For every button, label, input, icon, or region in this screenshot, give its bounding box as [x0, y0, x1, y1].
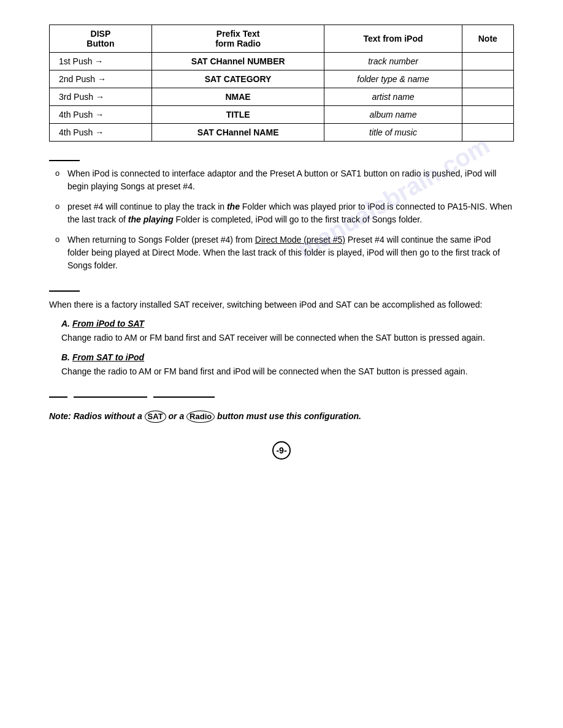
note-cell	[462, 53, 513, 70]
push-cell: 4th Push →	[50, 106, 152, 124]
factory-intro: When there is a factory installed SAT re…	[49, 298, 514, 311]
bullet-list: When iPod is connected to interface adap…	[49, 167, 514, 272]
col-header-note: Note	[462, 25, 513, 53]
sub-section-text: Change the radio to AM or FM band first …	[61, 365, 514, 378]
col-header-prefix: Prefix Textform Radio	[151, 25, 324, 53]
page-number: -9-	[49, 441, 514, 460]
data-table: DISPButton Prefix Textform Radio Text fr…	[49, 25, 514, 142]
bullet-section: When iPod is connected to interface adap…	[49, 167, 514, 272]
line-3	[153, 396, 215, 398]
ipod-cell: artist name	[324, 88, 462, 106]
line-2	[74, 396, 147, 398]
sub-section-title: A.From iPod to SAT	[61, 319, 514, 328]
push-cell: 2nd Push →	[50, 70, 152, 88]
note-cell	[462, 124, 513, 142]
line-1	[49, 396, 67, 398]
push-cell: 4th Push →	[50, 124, 152, 142]
table-row: 3rd Push →NMAEartist name	[50, 88, 514, 106]
ipod-cell: track number	[324, 53, 462, 70]
push-cell: 1st Push →	[50, 53, 152, 70]
col-header-disp: DISPButton	[50, 25, 152, 53]
prefix-cell: TITLE	[151, 106, 324, 124]
sub-section: A.From iPod to SATChange radio to AM or …	[49, 319, 514, 344]
ipod-cell: title of music	[324, 124, 462, 142]
page-circle: -9-	[272, 441, 291, 460]
note-cell	[462, 106, 513, 124]
bottom-note: Note: Radios without a SAT or a Radio bu…	[49, 410, 514, 423]
note-cell	[462, 88, 513, 106]
note-cell	[462, 70, 513, 88]
bottom-lines	[49, 396, 514, 398]
divider-2	[49, 290, 80, 292]
bullet-item: preset #4 will continue to play the trac…	[67, 200, 514, 226]
table-row: 2nd Push →SAT CATEGORYfolder type & name	[50, 70, 514, 88]
col-header-ipod: Text from iPod	[324, 25, 462, 53]
sub-sections-container: A.From iPod to SATChange radio to AM or …	[49, 319, 514, 378]
ipod-cell: folder type & name	[324, 70, 462, 88]
bullet-item: When iPod is connected to interface adap…	[67, 167, 514, 193]
table-row: 1st Push →SAT CHannel NUMBERtrack number	[50, 53, 514, 70]
bullet-item: When returning to Songs Folder (preset #…	[67, 233, 514, 272]
table-row: 4th Push →SAT CHannel NAMEtitle of music	[50, 124, 514, 142]
sub-section-text: Change radio to AM or FM band first and …	[61, 331, 514, 344]
sat-circled: SAT	[145, 411, 166, 423]
prefix-cell: SAT CHannel NUMBER	[151, 53, 324, 70]
prefix-cell: SAT CHannel NAME	[151, 124, 324, 142]
sub-section-title: B.From SAT to iPod	[61, 352, 514, 362]
divider-1	[49, 160, 80, 161]
ipod-cell: album name	[324, 106, 462, 124]
prefix-cell: SAT CATEGORY	[151, 70, 324, 88]
sub-section: B.From SAT to iPodChange the radio to AM…	[49, 352, 514, 378]
prefix-cell: NMAE	[151, 88, 324, 106]
push-cell: 3rd Push →	[50, 88, 152, 106]
factory-section: When there is a factory installed SAT re…	[49, 298, 514, 378]
radio-circled: Radio	[186, 411, 215, 423]
table-row: 4th Push →TITLEalbum name	[50, 106, 514, 124]
